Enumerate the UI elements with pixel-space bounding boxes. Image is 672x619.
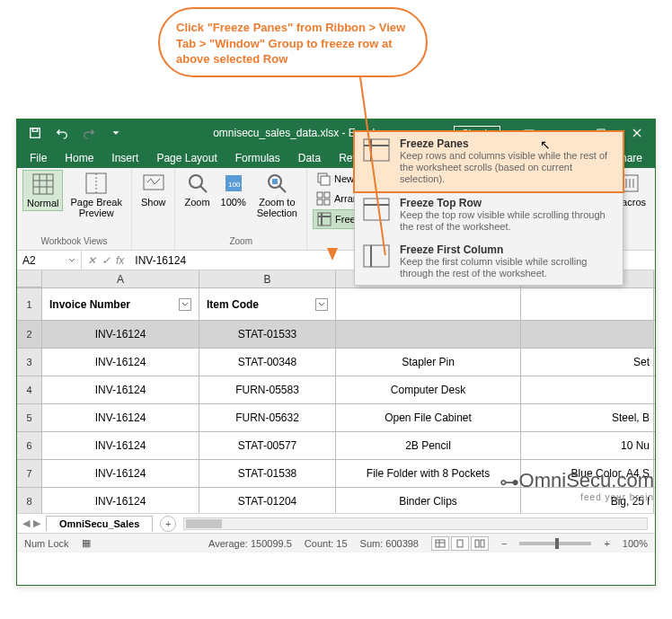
redo-icon[interactable] xyxy=(78,123,100,143)
name-box[interactable]: A2 xyxy=(17,251,82,270)
zoom-button[interactable]: Zoom xyxy=(181,170,213,209)
cell[interactable]: FURN-05583 xyxy=(199,376,336,403)
column-header-b[interactable]: B xyxy=(199,270,336,287)
zoom-selection-icon xyxy=(265,172,288,195)
zoom-group-label: Zoom xyxy=(181,236,301,248)
tab-data[interactable]: Data xyxy=(289,148,330,168)
filter-button[interactable] xyxy=(315,298,328,311)
cell[interactable]: Binder Clips xyxy=(336,488,521,513)
freeze-option-desc: Keep the top row visible while scrolling… xyxy=(400,209,615,233)
header-label: Item Code xyxy=(207,298,259,311)
cell[interactable] xyxy=(521,321,654,348)
svg-rect-20 xyxy=(86,173,106,193)
row-header[interactable]: 4 xyxy=(17,376,42,403)
page-break-shortcut[interactable] xyxy=(471,536,489,551)
zoom-in-button[interactable]: + xyxy=(604,538,609,549)
header-cell-invoice[interactable]: Invoice Number xyxy=(42,288,199,320)
cell[interactable]: INV-16124 xyxy=(42,460,199,487)
table-header-row: 1 Invoice Number Item Code xyxy=(17,288,655,321)
freeze-top-row-option[interactable]: Freeze Top Row Keep the top row visible … xyxy=(355,191,623,238)
svg-text:100: 100 xyxy=(228,181,241,189)
scrollbar-thumb[interactable] xyxy=(186,519,222,528)
page-break-label: Page Break Preview xyxy=(70,197,121,218)
row-header[interactable]: 1 xyxy=(17,288,42,320)
row-header[interactable]: 2 xyxy=(17,321,42,348)
cell[interactable]: Computer Desk xyxy=(336,376,521,403)
annotation-arrow xyxy=(327,248,338,261)
cell[interactable] xyxy=(336,321,521,348)
cell[interactable]: INV-16124 xyxy=(42,376,199,403)
normal-view-button[interactable]: Normal xyxy=(22,170,63,211)
tab-page-layout[interactable]: Page Layout xyxy=(147,148,225,168)
filter-button[interactable] xyxy=(179,298,191,311)
record-macro-icon[interactable]: ▦ xyxy=(82,537,91,549)
freeze-panes-dropdown: Freeze Panes Keep rows and columns visib… xyxy=(354,131,623,286)
header-cell-item-code[interactable]: Item Code xyxy=(199,288,336,320)
page-break-preview-button[interactable]: Page Break Preview xyxy=(66,170,125,220)
cell[interactable]: Steel, B xyxy=(521,404,654,431)
cell[interactable]: Open File Cabinet xyxy=(336,404,521,431)
cell[interactable]: STAT-00577 xyxy=(199,432,336,459)
show-group-label xyxy=(137,246,170,248)
cell[interactable]: 10 Nu xyxy=(521,432,654,459)
cell[interactable]: File Folder with 8 Pockets xyxy=(336,460,521,487)
cell[interactable]: 2B Pencil xyxy=(336,432,521,459)
tab-formulas[interactable]: Formulas xyxy=(226,148,289,168)
row-header[interactable]: 7 xyxy=(17,460,42,487)
sheet-nav-next[interactable]: ▶ xyxy=(33,517,40,529)
cell[interactable]: Set xyxy=(521,349,654,376)
cell[interactable]: STAT-01204 xyxy=(199,488,336,513)
svg-rect-1 xyxy=(32,128,37,132)
header-cell-d[interactable] xyxy=(521,288,654,320)
sheet-tab-active[interactable]: OmniSecu_Sales xyxy=(46,516,153,531)
cancel-formula-icon[interactable]: ✕ xyxy=(87,254,96,267)
cell[interactable]: INV-16124 xyxy=(42,488,199,513)
freeze-first-column-icon xyxy=(362,243,391,269)
svg-rect-28 xyxy=(272,179,278,184)
zoom-slider[interactable] xyxy=(519,542,591,545)
horizontal-scrollbar[interactable] xyxy=(183,517,648,530)
cell[interactable]: INV-16124 xyxy=(42,321,199,348)
numlock-indicator: Num Lock xyxy=(24,538,69,549)
undo-icon[interactable] xyxy=(51,123,73,143)
header-cell-c[interactable] xyxy=(336,288,521,320)
save-icon[interactable] xyxy=(24,123,46,143)
freeze-option-desc: Keep the first column visible while scro… xyxy=(400,256,615,279)
sheet-nav-prev[interactable]: ◀ xyxy=(22,517,30,529)
cell[interactable]: STAT-01533 xyxy=(199,321,336,348)
row-header[interactable]: 8 xyxy=(17,488,42,513)
cell[interactable] xyxy=(521,376,654,403)
show-button[interactable]: Show xyxy=(137,170,170,209)
freeze-first-column-option[interactable]: Freeze First Column Keep the first colum… xyxy=(355,238,623,285)
cell[interactable]: Stapler Pin xyxy=(336,349,521,376)
select-all-corner[interactable] xyxy=(17,270,42,287)
fx-button[interactable]: fx xyxy=(116,254,124,267)
tab-insert[interactable]: Insert xyxy=(102,148,147,168)
qat-dropdown-icon[interactable] xyxy=(105,123,127,143)
cell[interactable]: STAT-01538 xyxy=(199,460,336,487)
normal-view-shortcut[interactable] xyxy=(431,536,449,551)
normal-view-icon xyxy=(31,172,55,196)
row-header[interactable]: 6 xyxy=(17,432,42,459)
row-header[interactable]: 3 xyxy=(17,349,42,376)
cell[interactable]: STAT-00348 xyxy=(199,349,336,376)
zoom-out-button[interactable]: − xyxy=(501,538,507,549)
tab-file[interactable]: File xyxy=(21,148,56,168)
cell[interactable]: INV-16124 xyxy=(42,404,199,431)
cell[interactable]: FURN-05632 xyxy=(199,404,336,431)
zoom-100-button[interactable]: 100 100% xyxy=(217,170,250,209)
workbook-views-group-label: Workbook Views xyxy=(22,236,126,248)
cell[interactable]: INV-16124 xyxy=(42,432,199,459)
zoom-level[interactable]: 100% xyxy=(623,538,648,549)
svg-rect-32 xyxy=(317,192,323,198)
add-sheet-button[interactable]: + xyxy=(160,516,176,532)
freeze-panes-option[interactable]: Freeze Panes Keep rows and columns visib… xyxy=(353,130,624,193)
zoom-to-selection-button[interactable]: Zoom to Selection xyxy=(253,170,301,220)
cell[interactable]: INV-16124 xyxy=(42,349,199,376)
row-header[interactable]: 5 xyxy=(17,404,42,431)
zoom-selection-label: Zoom to Selection xyxy=(257,197,297,218)
page-layout-shortcut[interactable] xyxy=(451,536,469,551)
tab-home[interactable]: Home xyxy=(56,148,102,168)
column-header-a[interactable]: A xyxy=(42,270,199,287)
enter-formula-icon[interactable]: ✓ xyxy=(102,254,111,267)
